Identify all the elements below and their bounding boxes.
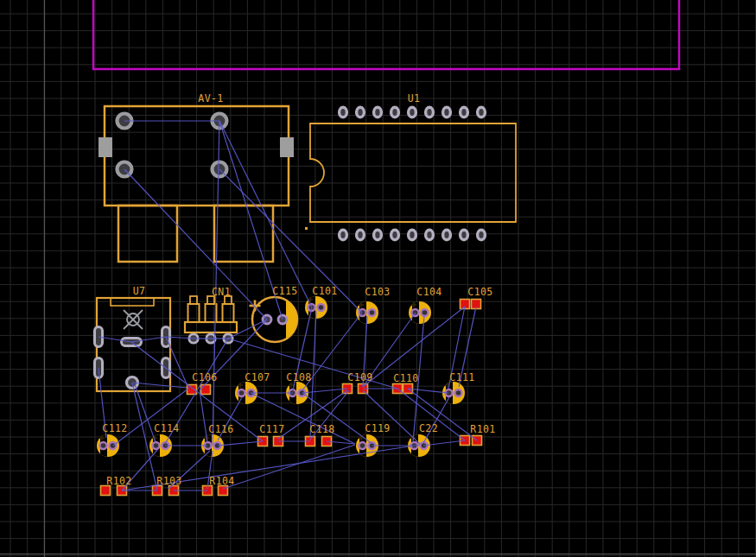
canvas-background	[0, 0, 756, 557]
ref-label-U1[interactable]: U1	[408, 92, 421, 104]
ref-label-C103[interactable]: C103	[365, 286, 390, 298]
component-C104[interactable]	[409, 301, 431, 324]
through-hole-pad[interactable]	[461, 230, 468, 239]
through-hole-pad[interactable]	[357, 230, 365, 239]
pcb-editor-canvas[interactable]: AV-1U1U7CN1C115C101C103C104C105C106C107C…	[0, 0, 756, 557]
ref-label-C107[interactable]: C107	[245, 371, 270, 383]
ref-label-C112[interactable]: C112	[102, 422, 127, 434]
through-hole-pad[interactable]	[100, 442, 107, 449]
through-hole-pad[interactable]	[422, 309, 429, 316]
ref-label-C105[interactable]: C105	[467, 286, 492, 298]
ref-label-C101[interactable]: C101	[312, 285, 337, 297]
ref-label-C22[interactable]: C22	[419, 422, 438, 434]
ref-label-C114[interactable]: C114	[154, 422, 179, 434]
ref-label-C106[interactable]: C106	[192, 371, 217, 383]
through-hole-pad[interactable]	[357, 107, 365, 117]
through-hole-pad[interactable]	[238, 389, 245, 396]
ref-label-U7[interactable]: U7	[133, 285, 146, 297]
through-hole-pad[interactable]	[461, 107, 468, 117]
through-hole-pad[interactable]	[409, 107, 416, 117]
through-hole-pad[interactable]	[478, 107, 486, 117]
component-C112[interactable]	[97, 434, 119, 457]
ref-label-R102[interactable]: R102	[106, 475, 131, 487]
through-hole-pad[interactable]	[369, 309, 376, 316]
smd-pad[interactable]	[201, 385, 211, 395]
ref-label-CN1[interactable]: CN1	[212, 286, 231, 298]
through-hole-pad[interactable]	[391, 230, 399, 239]
through-hole-pad[interactable]	[359, 442, 366, 449]
pcb-layout-view[interactable]: AV-1U1U7CN1C115C101C103C104C105C106C107C…	[0, 0, 756, 557]
through-hole-pad[interactable]	[443, 107, 451, 117]
ref-label-C108[interactable]: C108	[286, 371, 311, 383]
ref-label-C104[interactable]: C104	[416, 286, 442, 298]
smd-pad[interactable]	[101, 486, 111, 496]
ref-label-R104[interactable]: R104	[209, 475, 234, 487]
through-hole-pad[interactable]	[374, 107, 382, 117]
through-hole-pad[interactable]	[443, 230, 451, 239]
through-hole-pad[interactable]	[374, 230, 382, 239]
through-hole-pad[interactable]	[478, 230, 486, 239]
through-hole-pad[interactable]	[340, 107, 347, 117]
through-hole-pad[interactable]	[153, 442, 160, 449]
through-hole-pad[interactable]	[391, 107, 399, 117]
footprint-origin-marker	[305, 227, 308, 230]
ref-label-C117[interactable]: C117	[259, 423, 284, 435]
ref-label-R103[interactable]: R103	[156, 475, 181, 487]
ref-label-C115[interactable]: C115	[272, 285, 297, 297]
av1-side-pad[interactable]	[280, 137, 294, 157]
through-hole-pad[interactable]	[340, 230, 347, 239]
ref-label-C119[interactable]: C119	[365, 422, 390, 434]
av1-side-pad[interactable]	[98, 137, 112, 157]
ref-label-AV1[interactable]: AV-1	[198, 92, 223, 104]
through-hole-pad[interactable]	[409, 230, 416, 239]
ref-label-C118[interactable]: C118	[309, 423, 334, 435]
through-hole-pad[interactable]	[426, 107, 434, 117]
ref-label-C116[interactable]: C116	[208, 423, 233, 435]
through-hole-pad[interactable]	[110, 442, 117, 449]
ref-label-C109[interactable]: C109	[347, 371, 372, 383]
through-hole-pad[interactable]	[318, 304, 325, 311]
through-hole-pad[interactable]	[455, 389, 462, 396]
ref-label-R101[interactable]: R101	[470, 423, 495, 435]
ref-label-C111[interactable]: C111	[449, 371, 474, 383]
through-hole-pad[interactable]	[426, 230, 434, 239]
ref-label-C110[interactable]: C110	[393, 372, 418, 384]
